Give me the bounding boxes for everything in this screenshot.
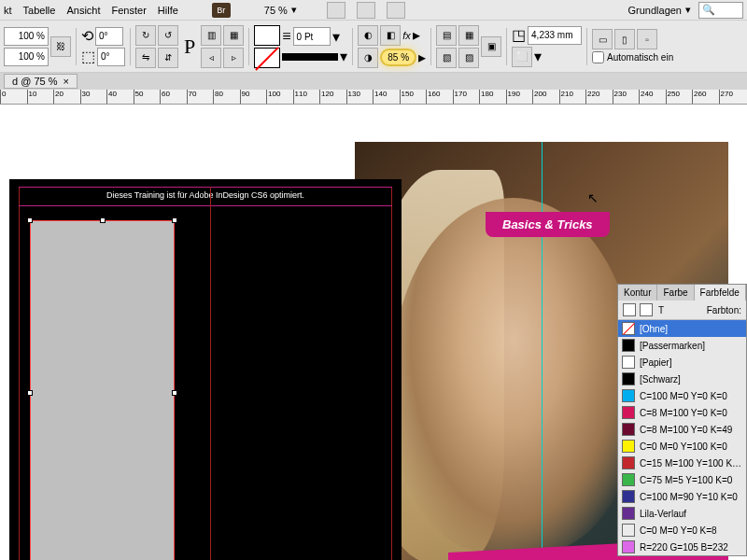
menu-item[interactable]: Fenster <box>112 5 147 16</box>
swatch-row[interactable]: C=8 M=100 Y=0 K=49 <box>618 421 746 438</box>
swatch-name: C=15 M=100 Y=100 K=0 <box>640 458 742 469</box>
swatch-chip <box>622 524 635 537</box>
photo-face <box>392 198 635 553</box>
flip-h-icon[interactable]: ⇋ <box>135 48 156 68</box>
swatch-row[interactable]: C=8 M=100 Y=0 K=0 <box>618 404 746 421</box>
horizontal-ruler[interactable]: 0102030405060708090100110120130140150160… <box>0 90 747 105</box>
document-tab[interactable]: d @ 75 % × <box>4 74 78 89</box>
swatch-chip <box>622 389 635 402</box>
ruler-tick: 80 <box>213 90 223 104</box>
resize-handle[interactable] <box>27 390 33 396</box>
tab-farbe[interactable]: Farbe <box>657 285 694 301</box>
swatch-row[interactable]: C=0 M=0 Y=100 K=0 <box>618 438 746 455</box>
screen-mode-icon[interactable] <box>357 2 375 19</box>
search-input[interactable]: 🔍 <box>698 2 743 19</box>
scale-y-input[interactable]: 100 % <box>4 48 49 66</box>
swatch-name: C=0 M=0 Y=100 K=0 <box>640 441 742 452</box>
resize-handle[interactable] <box>27 217 33 223</box>
blend-icon[interactable]: ◑ <box>358 48 378 68</box>
ruler-tick: 130 <box>346 90 360 104</box>
fx-button[interactable]: fx <box>402 30 411 41</box>
select-container-icon[interactable]: ▥ <box>201 25 221 46</box>
rotation-input[interactable]: 0° <box>95 27 123 46</box>
stroke-swatch[interactable] <box>254 48 280 68</box>
chevron-down-icon[interactable]: ▾ <box>332 28 340 46</box>
select-next-icon[interactable]: ▹ <box>223 48 244 68</box>
resize-handle[interactable] <box>172 217 177 223</box>
ruler-tick: 250 <box>666 90 680 104</box>
swatch-row[interactable]: [Passermarken] <box>618 337 746 354</box>
canvas[interactable]: Basics & Tricks InDesign-Tra 12 h Video-… <box>0 105 747 560</box>
corner-radius-input[interactable]: 4,233 mm <box>528 26 582 45</box>
swatch-name: R=220 G=105 B=232 <box>640 542 742 553</box>
shear-icon: ⬚ <box>81 48 95 65</box>
select-content-icon[interactable]: ▦ <box>223 25 244 46</box>
fit-frame-icon[interactable]: ▯ <box>614 29 635 49</box>
fit-content-icon[interactable]: ▭ <box>592 29 613 49</box>
stroke-proxy-icon[interactable] <box>640 303 653 316</box>
ruler-tick: 40 <box>106 90 117 104</box>
zoom-level[interactable]: 75 % ▾ <box>264 4 297 16</box>
select-prev-icon[interactable]: ◃ <box>201 48 221 68</box>
rotate-ccw-icon[interactable]: ↺ <box>158 25 178 46</box>
guide[interactable] <box>19 205 392 206</box>
ruler-tick: 180 <box>479 90 493 104</box>
drop-shadow-icon[interactable]: ◧ <box>380 25 401 46</box>
workspace-switcher[interactable]: Grundlagen ▾ <box>628 4 692 16</box>
training-text[interactable]: Dieses Training ist für Adobe InDesign C… <box>65 190 345 200</box>
swatch-row[interactable]: C=100 M=90 Y=10 K=0 <box>618 488 746 505</box>
swatch-row[interactable]: [Ohne] <box>618 320 746 337</box>
frame-fitting-icon[interactable]: ▣ <box>481 36 501 57</box>
text-wrap-shape-icon[interactable]: ▧ <box>436 48 457 68</box>
text-wrap-jump-icon[interactable]: ▨ <box>458 48 479 68</box>
stroke-style[interactable] <box>282 53 338 61</box>
tab-kontur[interactable]: Kontur <box>618 285 657 301</box>
swatch-row[interactable]: Lila-Verlauf <box>618 505 746 522</box>
guide-line[interactable] <box>542 142 543 560</box>
ruler-tick: 0 <box>0 90 6 104</box>
fill-swatch[interactable] <box>254 25 280 46</box>
menu-item[interactable]: Tabelle <box>23 5 56 16</box>
chevron-down-icon[interactable]: ▾ <box>534 48 542 65</box>
swatch-row[interactable]: C=15 M=100 Y=100 K=0 <box>618 455 746 471</box>
swatch-row[interactable]: C=75 M=5 Y=100 K=0 <box>618 471 746 488</box>
rotate-cw-icon[interactable]: ↻ <box>135 25 156 46</box>
menu-item[interactable]: Hilfe <box>158 5 178 16</box>
flip-v-icon[interactable]: ⇵ <box>158 48 178 68</box>
corner-shape[interactable]: ⬜ <box>512 47 532 67</box>
stroke-weight-input[interactable]: 0 Pt <box>293 27 331 46</box>
text-wrap-bbox-icon[interactable]: ▦ <box>458 25 479 46</box>
opacity-value[interactable]: 85 % <box>380 49 416 66</box>
shear-input[interactable]: 0° <box>97 48 125 66</box>
opacity-icon[interactable]: ◐ <box>358 25 378 46</box>
fill-proxy-icon[interactable] <box>623 303 636 316</box>
swatch-row[interactable]: [Schwarz] <box>618 371 746 387</box>
arrange-icon[interactable] <box>387 2 405 19</box>
badge-tab[interactable]: Basics & Tricks <box>486 212 610 237</box>
text-wrap-none-icon[interactable]: ▤ <box>436 25 457 46</box>
guide[interactable] <box>19 187 392 188</box>
view-options-icon[interactable] <box>327 2 345 19</box>
close-icon[interactable]: × <box>63 76 68 87</box>
left-page[interactable]: Dieses Training ist für Adobe InDesign C… <box>9 179 402 560</box>
bridge-icon[interactable]: Br <box>212 3 231 18</box>
swatch-row[interactable]: C=100 M=0 Y=0 K=0 <box>618 387 746 404</box>
ruler-tick: 210 <box>559 90 573 104</box>
chevron-down-icon[interactable]: ▾ <box>340 48 347 65</box>
auto-fit-checkbox[interactable]: Automatisch ein <box>592 51 673 63</box>
selected-frame[interactable] <box>30 220 175 560</box>
menu-item[interactable]: Ansicht <box>66 5 100 16</box>
resize-handle[interactable] <box>172 390 177 396</box>
link-icon[interactable]: ⛓ <box>50 36 71 57</box>
swatch-row[interactable]: [Papier] <box>618 354 746 371</box>
menu-item[interactable]: kt <box>4 5 12 16</box>
swatch-row[interactable]: R=220 G=105 B=232 <box>618 539 746 555</box>
paragraph-icon[interactable]: P <box>180 35 199 59</box>
tab-farbfelder[interactable]: Farbfelde <box>695 285 746 301</box>
swatches-panel[interactable]: Kontur Farbe Farbfelde T Farbton: [Ohne]… <box>617 284 747 556</box>
resize-handle[interactable] <box>100 217 106 223</box>
center-content-icon[interactable]: ▫ <box>637 29 657 49</box>
swatch-chip <box>622 507 635 520</box>
swatch-row[interactable]: C=0 M=0 Y=0 K=8 <box>618 522 746 539</box>
scale-x-input[interactable]: 100 % <box>4 27 49 46</box>
